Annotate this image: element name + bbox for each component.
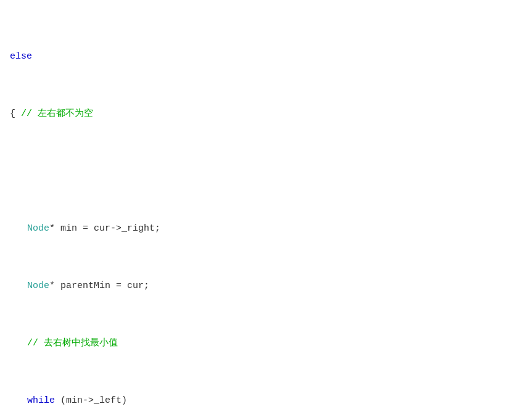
code-line: Node* parentMin = cur; xyxy=(10,279,497,293)
comment-zh: // 去右树中找最小值 xyxy=(27,338,118,348)
blank-line xyxy=(10,164,497,178)
code-line: Node* min = cur->_right; xyxy=(10,221,497,236)
code-text: (min->_left) xyxy=(55,395,127,406)
code-line: else xyxy=(10,49,497,64)
code-text: * parentMin = cur; xyxy=(49,281,149,291)
while-line: while (min->_left) xyxy=(10,393,497,408)
code-line: // 去右树中找最小值 xyxy=(10,336,497,350)
code-line: { // 左右都不为空 xyxy=(10,107,497,121)
keyword-else: else xyxy=(10,51,32,62)
keyword-while: while xyxy=(27,395,55,406)
type-node2: Node xyxy=(27,281,49,291)
type-node: Node xyxy=(27,223,49,234)
comment: // 左右都不为空 xyxy=(21,109,93,119)
code-text: * min = cur->_right; xyxy=(49,223,160,234)
brace: { xyxy=(10,109,21,119)
code-block: else { // 左右都不为空 Node* min = cur->_right… xyxy=(10,6,497,420)
